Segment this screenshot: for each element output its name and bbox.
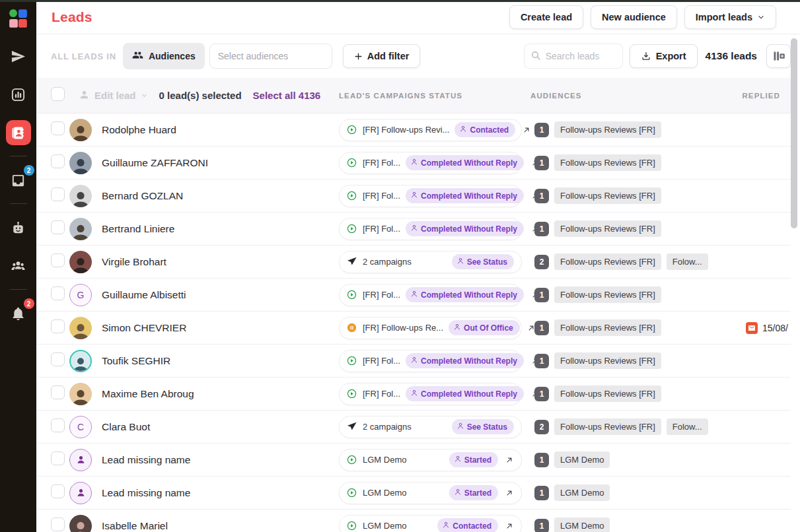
campaign-status-pill[interactable]: [FR] Fol... Completed Without Reply: [339, 218, 522, 240]
campaign-status-badge[interactable]: Started: [449, 485, 498, 500]
row-checkbox[interactable]: [51, 319, 65, 333]
columns-icon[interactable]: [766, 44, 791, 68]
select-all-checkbox[interactable]: [51, 87, 65, 101]
campaign-status-badge[interactable]: See Status: [452, 419, 514, 434]
lead-name[interactable]: Isabelle Mariel: [102, 520, 168, 532]
campaign-status-badge[interactable]: Completed Without Reply: [406, 188, 524, 203]
campaign-status-pill[interactable]: 2 campaigns See Status: [339, 416, 522, 438]
row-checkbox[interactable]: [51, 121, 65, 135]
table-row[interactable]: Simon CHEVRIER [FR] Follow-ups Re... Out…: [36, 312, 791, 345]
play-circle-icon: [346, 124, 357, 135]
play-circle-icon: [346, 223, 357, 234]
scrollbar-thumb[interactable]: [791, 38, 797, 228]
sidebar-item-leads[interactable]: [6, 120, 31, 145]
lead-name[interactable]: Simon CHEVRIER: [102, 322, 186, 334]
campaigns-icon: [346, 421, 357, 432]
table-row[interactable]: Virgile Brohart 2 campaigns See Status 2…: [36, 246, 791, 279]
lead-name[interactable]: Bernard GOZLAN: [102, 190, 183, 202]
campaign-status-badge[interactable]: Completed Without Reply: [406, 155, 524, 170]
lead-name[interactable]: Toufik SEGHIR: [102, 355, 170, 367]
row-checkbox[interactable]: [51, 352, 65, 366]
row-checkbox[interactable]: [51, 187, 65, 201]
avatar: G: [69, 284, 92, 306]
lead-name[interactable]: Rodolphe Huard: [102, 124, 176, 136]
table-row[interactable]: G Guillaume Albisetti [FR] Fol... Comple…: [36, 279, 791, 312]
row-checkbox[interactable]: [51, 286, 65, 300]
select-audiences-input[interactable]: [209, 44, 332, 69]
row-checkbox[interactable]: [51, 484, 65, 498]
table-row[interactable]: C Clara Buot 2 campaigns See Status 2 Fo…: [36, 411, 791, 444]
campaign-status-pill[interactable]: LGM Demo Started: [339, 449, 522, 471]
lead-name[interactable]: Clara Buot: [102, 421, 150, 433]
new-audience-button[interactable]: New audience: [591, 5, 677, 29]
campaign-status-pill[interactable]: [FR] Fol... Completed Without Reply: [339, 383, 522, 405]
row-checkbox[interactable]: [51, 418, 65, 432]
campaign-status-badge[interactable]: Contacted: [455, 122, 515, 137]
campaign-status-pill[interactable]: [FR] Fol... Completed Without Reply: [339, 185, 522, 207]
lead-name[interactable]: Bertrand Liniere: [102, 223, 174, 235]
table-row[interactable]: Rodolphe Huard [FR] Follow-ups Revi... C…: [36, 114, 791, 147]
external-arrow-icon[interactable]: [505, 521, 514, 531]
lead-name[interactable]: Guillaume Albisetti: [102, 289, 186, 301]
audiences-filter-button[interactable]: Audiences: [123, 43, 205, 69]
audience-count-badge: 2: [534, 255, 549, 269]
import-leads-button[interactable]: Import leads: [684, 5, 776, 29]
lead-name[interactable]: Maxime Ben Abroug: [102, 388, 194, 400]
row-checkbox[interactable]: [51, 451, 65, 465]
lead-name[interactable]: Lead missing name: [102, 487, 190, 499]
table-row[interactable]: Maxime Ben Abroug [FR] Fol... Completed …: [36, 378, 791, 411]
campaign-status-pill[interactable]: LGM Demo Contacted: [339, 515, 522, 532]
campaign-status-badge[interactable]: Completed Without Reply: [406, 287, 524, 302]
app-logo[interactable]: [8, 8, 29, 29]
chevron-down-icon: [141, 90, 148, 101]
campaign-status-pill[interactable]: 2 campaigns See Status: [339, 251, 522, 273]
row-checkbox[interactable]: [51, 220, 65, 234]
campaign-status-badge[interactable]: Completed Without Reply: [406, 221, 524, 236]
table-row[interactable]: Isabelle Mariel LGM Demo Contacted 1 LGM…: [36, 510, 791, 532]
campaign-status-pill[interactable]: [FR] Follow-ups Re... Out Of Office: [339, 317, 522, 339]
campaign-status-badge[interactable]: Started: [449, 452, 498, 467]
lead-name[interactable]: Guillaume ZAFFARONI: [102, 157, 208, 169]
create-lead-button[interactable]: Create lead: [509, 5, 583, 29]
campaign-status-badge[interactable]: Completed Without Reply: [406, 353, 524, 368]
campaign-status-badge[interactable]: Contacted: [437, 518, 498, 532]
sidebar-item-robot[interactable]: [6, 215, 31, 240]
row-checkbox[interactable]: [51, 253, 65, 267]
sidebar-item-inbox[interactable]: 2: [6, 168, 31, 193]
lead-name[interactable]: Lead missing name: [102, 454, 190, 466]
external-arrow-icon[interactable]: [505, 488, 514, 498]
sidebar-item-send[interactable]: [6, 44, 31, 69]
table-row[interactable]: Bernard GOZLAN [FR] Fol... Completed Wit…: [36, 180, 791, 213]
campaign-status-pill[interactable]: [FR] Fol... Completed Without Reply: [339, 152, 522, 174]
select-all-link[interactable]: Select all 4136: [253, 90, 321, 101]
table-row[interactable]: Toufik SEGHIR [FR] Fol... Completed With…: [36, 345, 791, 378]
replied-cell: 15/08/: [741, 322, 791, 334]
lead-name[interactable]: Virgile Brohart: [102, 256, 166, 268]
sidebar-item-bell[interactable]: 2: [6, 301, 31, 326]
table-row[interactable]: Lead missing name LGM Demo Started 1 LGM…: [36, 444, 791, 477]
campaign-status-badge[interactable]: Completed Without Reply: [406, 386, 524, 401]
row-checkbox[interactable]: [51, 154, 65, 168]
campaign-status-pill[interactable]: [FR] Fol... Completed Without Reply: [339, 284, 522, 306]
table-row[interactable]: Bertrand Liniere [FR] Fol... Completed W…: [36, 213, 791, 246]
campaign-status-badge[interactable]: See Status: [452, 254, 514, 269]
campaign-status-pill[interactable]: LGM Demo Started: [339, 482, 522, 504]
table-row[interactable]: Guillaume ZAFFARONI [FR] Fol... Complete…: [36, 147, 791, 180]
campaign-status-pill[interactable]: [FR] Fol... Completed Without Reply: [339, 350, 522, 372]
person-icon: [456, 422, 464, 432]
avatar: [69, 383, 92, 405]
campaigns-icon: [346, 256, 357, 267]
row-checkbox[interactable]: [51, 385, 65, 399]
plus-icon: [354, 52, 363, 61]
sidebar-item-analytics[interactable]: [6, 82, 31, 107]
add-filter-button[interactable]: Add filter: [343, 44, 421, 68]
row-checkbox[interactable]: [51, 517, 65, 531]
edit-lead-button[interactable]: Edit lead: [79, 89, 148, 102]
export-button[interactable]: Export: [630, 44, 698, 68]
campaign-status-pill[interactable]: [FR] Follow-ups Revi... Contacted: [339, 119, 522, 141]
table-row[interactable]: Lead missing name LGM Demo Started 1 LGM…: [36, 477, 791, 510]
users-icon: [132, 50, 143, 63]
campaign-status-badge[interactable]: Out Of Office: [449, 320, 520, 335]
external-arrow-icon[interactable]: [505, 455, 514, 465]
sidebar-item-team[interactable]: [6, 253, 31, 279]
